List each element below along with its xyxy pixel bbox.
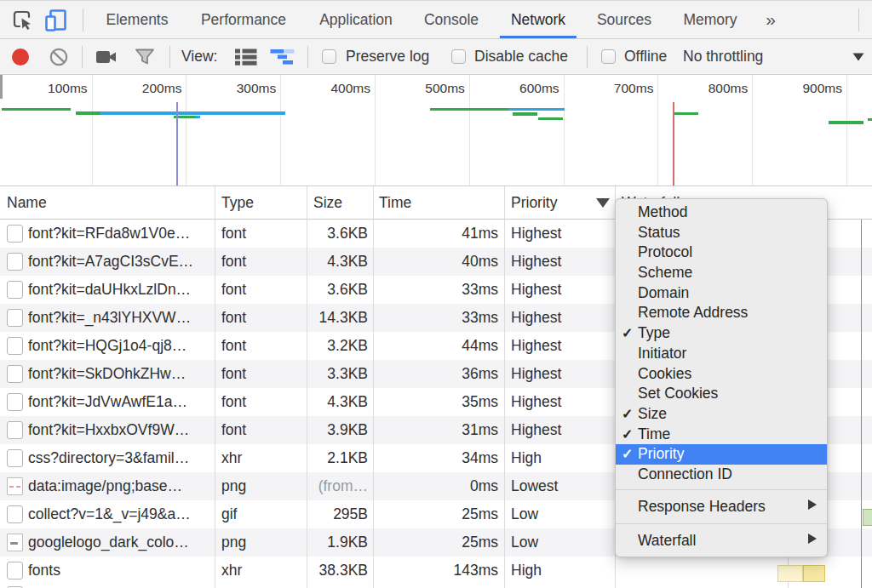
menu-item-status[interactable]: Status xyxy=(616,223,827,243)
request-checkbox[interactable] xyxy=(7,365,23,383)
tab-memory[interactable]: Memory xyxy=(683,1,737,39)
offline-label[interactable]: Offline xyxy=(624,39,667,74)
menu-item-domain[interactable]: Domain xyxy=(616,283,827,304)
cell-name: font?kit=RFda8w1V0e… xyxy=(28,220,209,248)
disable-cache-label[interactable]: Disable cache xyxy=(474,39,568,74)
cell-time: 40ms xyxy=(375,248,498,276)
menu-item-protocol[interactable]: Protocol xyxy=(616,243,827,263)
network-toolbar: View: Preserve log Disable cache Offline… xyxy=(0,39,872,75)
column-separator xyxy=(504,186,505,588)
cell-time: 25ms xyxy=(375,500,498,528)
request-checkbox[interactable] xyxy=(7,421,23,439)
waterfall-bar xyxy=(777,565,803,582)
menu-item-priority[interactable]: Priority✓ xyxy=(616,444,827,465)
tab-console[interactable]: Console xyxy=(424,1,479,39)
sort-direction-icon xyxy=(596,198,610,208)
menu-separator xyxy=(616,523,827,524)
tab-application[interactable]: Application xyxy=(319,1,393,39)
menu-item-cookies[interactable]: Cookies xyxy=(616,364,827,385)
cell-type: font xyxy=(221,388,305,416)
menu-item-waterfall[interactable]: Waterfall xyxy=(616,528,827,553)
menu-item-remote-address[interactable]: Remote Address xyxy=(616,303,827,323)
tab-sources[interactable]: Sources xyxy=(597,1,651,39)
list-view-icon[interactable] xyxy=(234,48,258,71)
camera-icon[interactable] xyxy=(95,49,119,72)
cell-priority: Highest xyxy=(511,248,611,276)
overview-ruler-label: 200ms xyxy=(142,81,182,96)
toolbar-separator-2 xyxy=(169,46,170,68)
request-image-thumbnail xyxy=(7,477,23,495)
request-checkbox[interactable] xyxy=(7,309,23,327)
request-row[interactable]: fontsxhr38.3KB143msHigh xyxy=(0,557,872,585)
preserve-log-label[interactable]: Preserve log xyxy=(346,39,429,74)
waterfall-view-icon[interactable] xyxy=(270,49,294,72)
menu-item-size[interactable]: Size✓ xyxy=(616,404,827,425)
cell-name: font?kit=HxxbxOVf9W… xyxy=(28,416,209,444)
column-header-time[interactable]: Time xyxy=(379,186,411,219)
inspect-icon[interactable] xyxy=(11,9,35,32)
menu-item-initiator[interactable]: Initiator xyxy=(616,344,827,364)
tab-network[interactable]: Network xyxy=(511,1,565,39)
cell-time: 0ms xyxy=(375,472,498,500)
overview-grid-line xyxy=(564,75,565,186)
cell-time: 31ms xyxy=(375,416,498,444)
menu-item-set-cookies[interactable]: Set Cookies xyxy=(616,384,827,404)
overview-grid-line xyxy=(469,75,470,186)
cell-name: font?kit=SkDOhkZHw… xyxy=(28,360,209,388)
cell-type: gif xyxy=(221,500,305,528)
record-icon[interactable] xyxy=(11,48,35,71)
menu-item-response-headers[interactable]: Response Headers xyxy=(616,494,827,519)
request-checkbox[interactable] xyxy=(7,253,23,271)
overview-edge-handle xyxy=(0,75,3,99)
cell-name: data:image/png;base… xyxy=(28,472,209,500)
cell-size: 14.3KB xyxy=(308,304,368,332)
cell-type: xhr xyxy=(221,557,305,585)
column-header-name[interactable]: Name xyxy=(7,186,47,219)
request-row-partial xyxy=(0,585,872,588)
request-checkbox[interactable] xyxy=(7,449,23,467)
request-checkbox[interactable] xyxy=(7,562,23,579)
menu-item-type[interactable]: Type✓ xyxy=(616,323,827,344)
column-separator xyxy=(215,186,215,588)
tabbar-separator xyxy=(83,9,83,31)
menu-item-connection-id[interactable]: Connection ID xyxy=(616,465,827,485)
tab-elements[interactable]: Elements xyxy=(106,1,169,39)
request-checkbox[interactable] xyxy=(7,337,23,355)
overview-grid-line xyxy=(657,75,658,186)
request-checkbox[interactable] xyxy=(7,225,23,243)
request-checkbox[interactable] xyxy=(7,281,23,299)
tab-performance[interactable]: Performance xyxy=(201,1,286,39)
overview-grid-line xyxy=(846,75,847,186)
menu-item-time[interactable]: Time✓ xyxy=(616,425,827,445)
column-header-size[interactable]: Size xyxy=(313,186,342,219)
toolbar-separator-4 xyxy=(587,46,588,68)
cell-type: font xyxy=(221,360,305,388)
column-header-priority[interactable]: Priority xyxy=(511,186,557,219)
overview-grid-line xyxy=(186,75,186,186)
device-toolbar-icon[interactable] xyxy=(44,9,68,32)
request-image-thumbnail xyxy=(7,534,23,551)
overview-request-bar xyxy=(2,108,71,111)
cell-size: 3.2KB xyxy=(308,332,368,360)
throttling-dropdown-icon[interactable] xyxy=(852,52,872,76)
clear-icon[interactable] xyxy=(49,48,73,71)
cell-time: 143ms xyxy=(375,557,498,585)
throttling-select[interactable]: No throttling xyxy=(683,39,763,74)
network-overview[interactable]: 100ms200ms300ms400ms500ms600ms700ms800ms… xyxy=(0,75,872,186)
request-checkbox[interactable] xyxy=(7,505,23,523)
tabbar-right-separator xyxy=(858,9,859,31)
cell-type: png xyxy=(221,472,305,500)
disable-cache-checkbox[interactable] xyxy=(451,49,466,64)
column-header-type[interactable]: Type xyxy=(221,186,254,219)
overview-ruler-label: 500ms xyxy=(425,81,465,96)
preserve-log-checkbox[interactable] xyxy=(322,49,336,64)
cell-name: font?kit=HQGj1o4-qj8… xyxy=(28,332,209,360)
menu-item-scheme[interactable]: Scheme xyxy=(616,263,827,283)
filter-icon[interactable] xyxy=(134,48,158,71)
offline-checkbox[interactable] xyxy=(601,49,616,64)
request-checkbox[interactable] xyxy=(7,393,23,411)
menu-item-method[interactable]: Method xyxy=(616,203,827,223)
more-tabs-button[interactable]: » xyxy=(766,1,776,39)
cell-size: 3.6KB xyxy=(308,276,368,304)
cell-type: font xyxy=(221,276,305,304)
